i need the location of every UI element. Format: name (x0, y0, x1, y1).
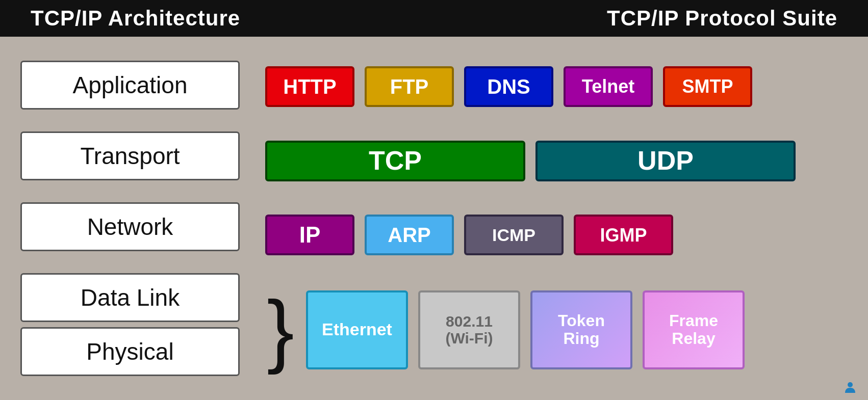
main-content: Application Transport Network Data Link … (0, 37, 868, 400)
proto-icmp: ICMP (464, 215, 564, 255)
layer-data-link-label: Data Link (81, 284, 180, 311)
dl-p-boxes: Ethernet 802.11 (Wi-Fi) Token Ring Frame… (306, 290, 745, 369)
header: TCP/IP Architecture TCP/IP Protocol Suit… (0, 0, 868, 37)
watermark (843, 380, 858, 395)
proto-udp: UDP (535, 141, 796, 181)
svg-point-0 (848, 382, 853, 387)
layer-network-box: Network (20, 202, 240, 251)
proto-tcp: TCP (265, 141, 525, 181)
proto-wifi: 802.11 (Wi-Fi) (418, 290, 520, 369)
network-protocol-row: IP ARP ICMP IGMP (265, 215, 848, 255)
header-left-title: TCP/IP Architecture (31, 6, 240, 31)
proto-smtp: SMTP (663, 66, 752, 107)
right-column: HTTP FTP DNS Telnet SMTP TCP UDP IP ARP … (265, 47, 848, 390)
dl-physical-left: Data Link Physical (20, 273, 265, 376)
layer-application-box: Application (20, 61, 240, 110)
layer-physical-box: Physical (20, 327, 240, 376)
left-column: Application Transport Network Data Link … (20, 47, 265, 390)
proto-arp: ARP (365, 215, 454, 255)
proto-token-ring: Token Ring (530, 290, 632, 369)
layer-data-link-box: Data Link (20, 273, 240, 322)
proto-dns: DNS (464, 66, 553, 107)
layer-physical-label: Physical (86, 338, 173, 365)
application-protocol-row: HTTP FTP DNS Telnet SMTP (265, 66, 848, 107)
data-link-physical-row: } Ethernet 802.11 (Wi-Fi) Token Ring Fra… (265, 289, 848, 370)
brace-icon: } (267, 289, 294, 370)
layer-application-label: Application (72, 71, 187, 99)
layer-network-label: Network (87, 213, 173, 241)
header-right-title: TCP/IP Protocol Suite (607, 6, 837, 31)
proto-http: HTTP (265, 66, 354, 107)
proto-ethernet: Ethernet (306, 290, 408, 369)
layer-transport-box: Transport (20, 131, 240, 180)
proto-frame-relay: Frame Relay (643, 290, 745, 369)
proto-igmp: IGMP (574, 215, 673, 255)
proto-ip: IP (265, 215, 354, 255)
proto-telnet: Telnet (564, 66, 653, 107)
brace-area: } (265, 289, 306, 370)
layer-transport-label: Transport (80, 142, 180, 170)
transport-protocol-row: TCP UDP (265, 141, 848, 181)
proto-ftp: FTP (365, 66, 454, 107)
